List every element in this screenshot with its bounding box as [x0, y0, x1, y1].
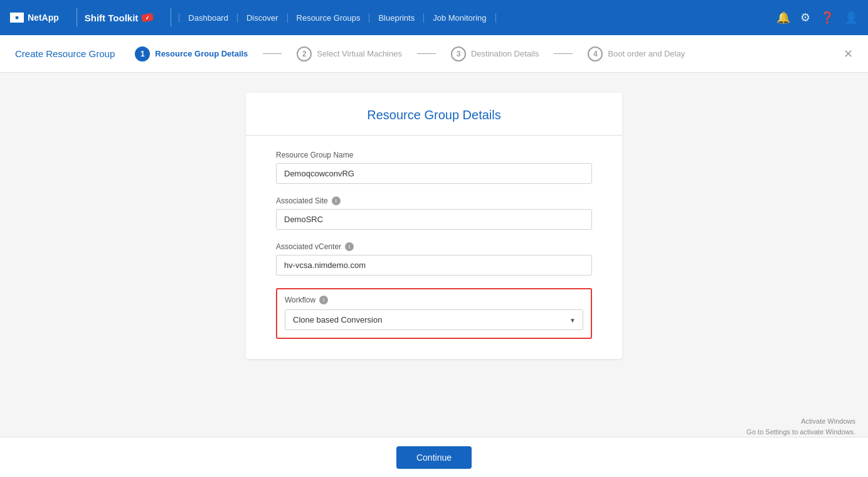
form-container: Resource Group Details Resource Group Na… — [246, 93, 622, 359]
wizard-title: Create Resource Group — [15, 48, 115, 59]
wizard-step-4[interactable]: 4 Boot order and Delay — [588, 46, 685, 62]
resource-group-name-input[interactable] — [276, 163, 592, 184]
step-circle-1: 1 — [135, 46, 150, 62]
step-label-4: Boot order and Delay — [608, 49, 685, 58]
netapp-logo-icon: ■ — [10, 13, 24, 23]
nav-dashboard[interactable]: Dashboard — [179, 13, 238, 23]
associated-site-label-row: Associated Site i — [276, 196, 592, 205]
help-icon[interactable]: ❓ — [820, 11, 834, 24]
wizard-step-3[interactable]: 3 Destination Details — [451, 46, 539, 62]
netapp-label: NetApp — [28, 13, 59, 23]
gear-icon[interactable]: ⚙ — [800, 11, 810, 24]
brand-toolkit: Shift Toolkit ✓ — [85, 13, 154, 23]
nav-actions: 🔔 ⚙ ❓ 👤 — [776, 11, 858, 24]
activate-windows-watermark: Activate Windows Go to Settings to activ… — [746, 416, 855, 437]
step-circle-2: 2 — [297, 46, 312, 62]
wizard-step-1[interactable]: 1 Resource Group Details — [135, 46, 248, 62]
wizard-steps: 1 Resource Group Details 2 Select Virtua… — [135, 46, 823, 62]
toolkit-badge: ✓ — [141, 13, 154, 23]
workflow-select[interactable]: Clone based Conversion Live Migration Sn… — [285, 309, 583, 330]
form-title: Resource Group Details — [246, 93, 622, 136]
step-label-1: Resource Group Details — [155, 49, 248, 58]
nav-blueprints[interactable]: Blueprints — [369, 13, 424, 23]
nav-job-monitoring[interactable]: Job Monitoring — [424, 13, 495, 23]
resource-group-name-label: Resource Group Name — [276, 151, 353, 159]
associated-site-info-icon[interactable]: i — [332, 196, 341, 205]
step-sep-3 — [554, 53, 573, 54]
workflow-select-wrapper: Clone based Conversion Live Migration Sn… — [285, 309, 583, 330]
step-sep-2 — [417, 53, 436, 54]
associated-vcenter-label-row: Associated vCenter i — [276, 242, 592, 251]
associated-vcenter-input[interactable] — [276, 255, 592, 276]
nav-divider-1 — [77, 8, 77, 27]
associated-vcenter-field: Associated vCenter i — [276, 242, 592, 276]
associated-vcenter-label: Associated vCenter — [276, 242, 341, 251]
toolkit-label: Shift Toolkit — [85, 13, 139, 23]
step-label-2: Select Virtual Machines — [317, 49, 402, 58]
wizard-step-2[interactable]: 2 Select Virtual Machines — [297, 46, 402, 62]
step-circle-3: 3 — [451, 46, 466, 62]
netapp-logo: ■ NetApp — [10, 13, 59, 23]
user-icon[interactable]: 👤 — [844, 11, 858, 24]
workflow-label: Workflow — [285, 296, 315, 304]
step-circle-4: 4 — [588, 46, 603, 62]
wizard-header: Create Resource Group 1 Resource Group D… — [0, 35, 868, 73]
nav-resource-groups[interactable]: Resource Groups — [288, 13, 370, 23]
notifications-icon[interactable]: 🔔 — [776, 11, 790, 24]
activate-line-2: Go to Settings to activate Windows. — [746, 427, 855, 437]
resource-group-name-field: Resource Group Name — [276, 151, 592, 184]
step-label-3: Destination Details — [471, 49, 539, 58]
associated-vcenter-info-icon[interactable]: i — [345, 242, 354, 251]
main-content: Resource Group Details Resource Group Na… — [0, 73, 868, 477]
workflow-section: Workflow i Clone based Conversion Live M… — [276, 288, 592, 339]
workflow-info-icon[interactable]: i — [319, 296, 328, 304]
top-nav: ■ NetApp Shift Toolkit ✓ Dashboard Disco… — [0, 0, 868, 35]
activate-line-1: Activate Windows — [746, 416, 855, 427]
step-sep-1 — [263, 53, 282, 54]
associated-site-field: Associated Site i — [276, 196, 592, 230]
associated-site-label: Associated Site — [276, 196, 328, 205]
resource-group-name-label-row: Resource Group Name — [276, 151, 592, 159]
workflow-label-row: Workflow i — [285, 296, 583, 304]
nav-links: Dashboard Discover Resource Groups Bluep… — [179, 13, 776, 23]
nav-discover[interactable]: Discover — [238, 13, 288, 23]
close-button[interactable]: ✕ — [844, 47, 853, 61]
associated-site-input[interactable] — [276, 209, 592, 230]
continue-button[interactable]: Continue — [396, 446, 472, 469]
nav-divider-2 — [171, 8, 171, 27]
footer: Continue — [0, 437, 868, 477]
form-body: Resource Group Name Associated Site i As… — [246, 136, 622, 359]
